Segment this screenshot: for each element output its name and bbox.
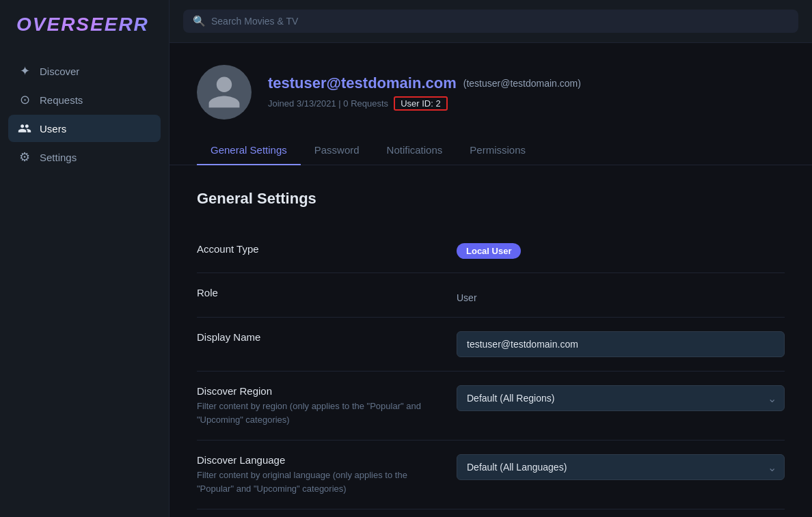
- form-label-account-type-col: Account Type: [197, 243, 429, 255]
- profile-display-name: testuser@testdomain.com: [268, 74, 457, 92]
- form-label-discover-region-sub: Filter content by region (only applies t…: [197, 400, 429, 426]
- user-id-badge: User ID: 2: [394, 96, 448, 111]
- sidebar-item-settings-label: Settings: [40, 152, 77, 163]
- discover-region-select[interactable]: Default (All Regions): [457, 385, 785, 411]
- tab-general[interactable]: General Settings: [197, 136, 301, 165]
- form-label-discover-region-col: Discover Region Filter content by region…: [197, 385, 429, 426]
- search-input[interactable]: [211, 16, 789, 27]
- form-label-discover-region: Discover Region: [197, 385, 429, 397]
- sidebar-item-discover-label: Discover: [40, 66, 79, 77]
- form-row-display-name: Display Name: [197, 318, 785, 372]
- sidebar-item-requests[interactable]: ⊙ Requests: [8, 86, 161, 113]
- form-control-display-name: [457, 331, 785, 357]
- form-control-account-type: Local User: [457, 243, 785, 259]
- tab-notifications[interactable]: Notifications: [373, 136, 457, 165]
- sidebar-item-requests-label: Requests: [40, 94, 83, 106]
- form-label-display-name: Display Name: [197, 331, 429, 343]
- display-name-input[interactable]: [457, 331, 785, 357]
- sidebar: OVERSEERR ✦ Discover ⊙ Requests Users ⚙ …: [0, 0, 170, 517]
- search-icon: 🔍: [193, 15, 206, 27]
- sidebar-item-settings[interactable]: ⚙ Settings: [8, 143, 161, 171]
- profile-meta: Joined 3/13/2021 | 0 Requests User ID: 2: [268, 96, 581, 111]
- form-label-discover-language: Discover Language: [197, 454, 429, 466]
- form-row-discover-region: Discover Region Filter content by region…: [197, 372, 785, 441]
- discover-language-select[interactable]: Default (All Languages): [457, 454, 785, 480]
- nav-items: ✦ Discover ⊙ Requests Users ⚙ Settings: [0, 52, 169, 176]
- role-value: User: [457, 287, 785, 303]
- tab-password[interactable]: Password: [301, 136, 373, 165]
- app-logo: OVERSEERR: [16, 14, 152, 36]
- requests-icon: ⊙: [18, 93, 31, 107]
- form-label-discover-language-col: Discover Language Filter content by orig…: [197, 454, 429, 495]
- search-bar: 🔍: [170, 0, 812, 43]
- sidebar-item-users-label: Users: [40, 123, 66, 135]
- discover-language-select-wrap: Default (All Languages) ⌄: [457, 454, 785, 480]
- account-type-badge: Local User: [457, 243, 521, 259]
- discover-region-select-wrap: Default (All Regions) ⌄: [457, 385, 785, 411]
- form-control-discover-region: Default (All Regions) ⌄: [457, 385, 785, 411]
- form-label-discover-language-sub: Filter content by original language (onl…: [197, 469, 429, 495]
- logo-area: OVERSEERR: [0, 0, 169, 52]
- tabs: General Settings Password Notifications …: [170, 136, 812, 165]
- form-label-display-name-col: Display Name: [197, 331, 429, 343]
- profile-email-secondary: (testuser@testdomain.com): [463, 78, 581, 89]
- form-label-role-col: Role: [197, 287, 429, 298]
- tab-permissions[interactable]: Permissions: [456, 136, 539, 165]
- sidebar-item-discover[interactable]: ✦ Discover: [8, 57, 161, 85]
- main-content: 🔍 testuser@testdomain.com (testuser@test…: [170, 0, 812, 517]
- form-control-role: User: [457, 287, 785, 303]
- sidebar-item-users[interactable]: Users: [8, 115, 161, 142]
- search-wrap[interactable]: 🔍: [183, 10, 798, 33]
- form-row-role: Role User: [197, 273, 785, 318]
- settings-content: General Settings Account Type Local User…: [170, 165, 812, 517]
- form-row-discover-language: Discover Language Filter content by orig…: [197, 441, 785, 509]
- form-control-discover-language: Default (All Languages) ⌄: [457, 454, 785, 480]
- users-icon: [18, 122, 31, 135]
- avatar: [197, 65, 252, 120]
- profile-info: testuser@testdomain.com (testuser@testdo…: [268, 74, 581, 111]
- profile-section: testuser@testdomain.com (testuser@testdo…: [170, 43, 812, 136]
- discover-icon: ✦: [18, 64, 31, 78]
- section-title: General Settings: [197, 190, 785, 208]
- form-row-account-type: Account Type Local User: [197, 229, 785, 273]
- form-label-account-type: Account Type: [197, 243, 429, 255]
- form-label-role: Role: [197, 287, 429, 298]
- profile-joined: Joined 3/13/2021 | 0 Requests: [268, 98, 388, 109]
- settings-icon: ⚙: [18, 150, 31, 164]
